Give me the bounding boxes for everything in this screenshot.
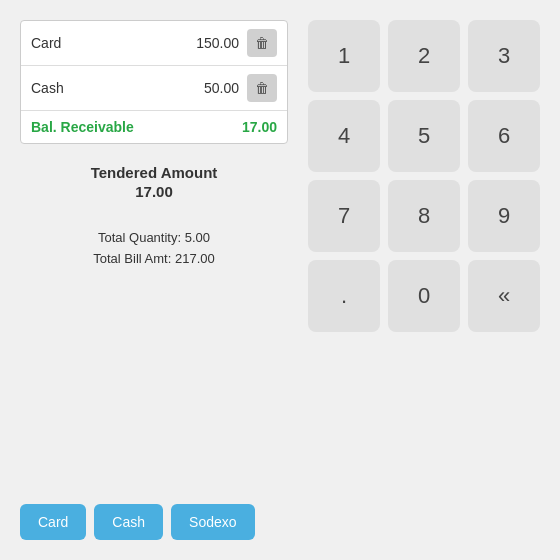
bal-receivable-amount: 17.00 <box>217 119 277 135</box>
delete-cash-button[interactable]: 🗑 <box>247 74 277 102</box>
right-panel: 123456789.0« <box>308 20 540 540</box>
card-label: Card <box>31 35 171 51</box>
numpad-key-4[interactable]: 4 <box>308 100 380 172</box>
numpad-key-5[interactable]: 5 <box>388 100 460 172</box>
numpad-key-backspace[interactable]: « <box>468 260 540 332</box>
payment-buttons: Card Cash Sodexo <box>20 494 288 540</box>
cash-amount: 50.00 <box>179 80 239 96</box>
total-quantity-value: 5.00 <box>185 230 210 245</box>
payment-row-card: Card 150.00 🗑 <box>21 21 287 66</box>
numpad-key-8[interactable]: 8 <box>388 180 460 252</box>
totals-section: Total Quantity: 5.00 Total Bill Amt: 217… <box>20 228 288 270</box>
tendered-amount: 17.00 <box>20 183 288 200</box>
payment-table: Card 150.00 🗑 Cash 50.00 🗑 Bal. Receivab… <box>20 20 288 144</box>
numpad-key-1[interactable]: 1 <box>308 20 380 92</box>
card-amount: 150.00 <box>179 35 239 51</box>
left-panel: Card 150.00 🗑 Cash 50.00 🗑 Bal. Receivab… <box>20 20 288 540</box>
payment-row-balance: Bal. Receivable 17.00 <box>21 111 287 143</box>
numpad-key-9[interactable]: 9 <box>468 180 540 252</box>
numpad: 123456789.0« <box>308 20 540 332</box>
numpad-key-7[interactable]: 7 <box>308 180 380 252</box>
tendered-section: Tendered Amount 17.00 <box>20 154 288 210</box>
sodexo-button[interactable]: Sodexo <box>171 504 254 540</box>
cash-label: Cash <box>31 80 171 96</box>
total-quantity-line: Total Quantity: 5.00 <box>20 228 288 249</box>
total-quantity-label: Total Quantity: <box>98 230 181 245</box>
card-button[interactable]: Card <box>20 504 86 540</box>
main-container: Card 150.00 🗑 Cash 50.00 🗑 Bal. Receivab… <box>0 0 560 560</box>
payment-row-cash: Cash 50.00 🗑 <box>21 66 287 111</box>
delete-card-button[interactable]: 🗑 <box>247 29 277 57</box>
cash-button[interactable]: Cash <box>94 504 163 540</box>
numpad-key-2[interactable]: 2 <box>388 20 460 92</box>
total-bill-value: 217.00 <box>175 251 215 266</box>
bal-receivable-label: Bal. Receivable <box>31 119 209 135</box>
total-bill-line: Total Bill Amt: 217.00 <box>20 249 288 270</box>
numpad-key-6[interactable]: 6 <box>468 100 540 172</box>
numpad-key-3[interactable]: 3 <box>468 20 540 92</box>
total-bill-label: Total Bill Amt: <box>93 251 171 266</box>
tendered-title: Tendered Amount <box>20 164 288 181</box>
numpad-key-0[interactable]: 0 <box>388 260 460 332</box>
numpad-key-dot[interactable]: . <box>308 260 380 332</box>
